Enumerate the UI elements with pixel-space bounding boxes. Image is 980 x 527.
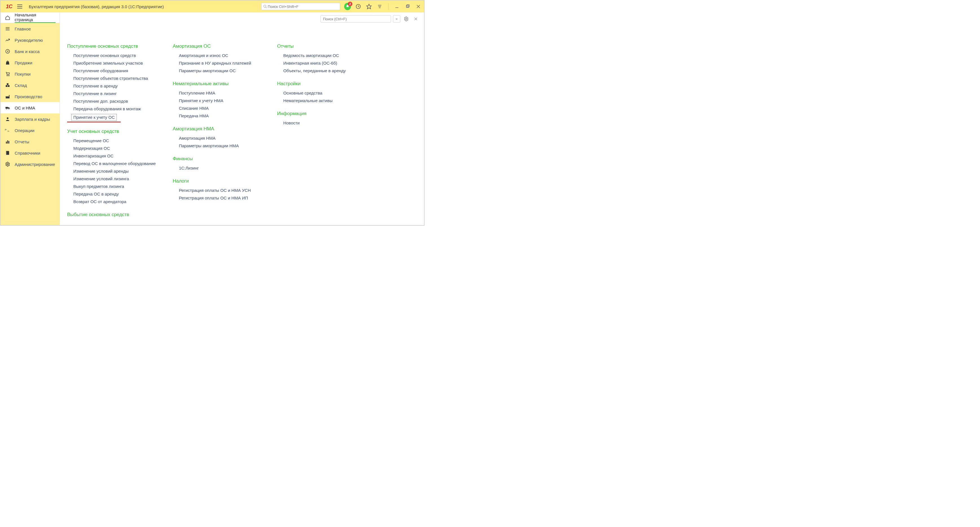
link[interactable]: Поступление оборудования: [73, 68, 156, 73]
clear-search-button[interactable]: ×: [393, 15, 400, 22]
content-search[interactable]: [320, 15, 391, 22]
svg-rect-21: [7, 83, 8, 85]
red-underline: [67, 122, 121, 123]
link[interactable]: Перевод ОС в малоценное оборудование: [73, 161, 156, 166]
svg-rect-28: [6, 142, 7, 143]
link[interactable]: 1С:Лизинг: [179, 166, 260, 170]
history-button[interactable]: [355, 3, 362, 10]
section-heading[interactable]: Поступление основных средств: [67, 43, 156, 49]
link[interactable]: Регистрация оплаты ОС и НМА УСН: [179, 188, 260, 193]
link[interactable]: Поступление основных средств: [73, 53, 156, 58]
link[interactable]: Передача ОС в аренду: [73, 191, 156, 196]
link[interactable]: Модернизация ОС: [73, 146, 156, 151]
sidebar-item-3[interactable]: ₽Банк и касса: [0, 46, 59, 57]
link[interactable]: Списание НМА: [179, 106, 260, 111]
link[interactable]: Изменение условий аренды: [73, 169, 156, 174]
sidebar-item-11[interactable]: Отчеты: [0, 136, 59, 147]
main-menu-button[interactable]: [16, 3, 24, 10]
sidebar-item-label: Отчеты: [15, 139, 29, 144]
sidebar-item-8[interactable]: ОС и НМА: [0, 102, 59, 113]
burger-icon: [5, 25, 11, 32]
link[interactable]: Объекты, переданные в аренду: [283, 68, 364, 73]
link[interactable]: Изменение условий лизинга: [73, 176, 156, 181]
favorites-button[interactable]: [366, 3, 372, 10]
content-settings-button[interactable]: [402, 15, 410, 22]
link[interactable]: Поступление НМА: [179, 91, 260, 96]
link[interactable]: Передача оборудования в монтаж: [73, 107, 156, 111]
column-1: Амортизация ОСАмортизация и износ ОСПриз…: [173, 43, 260, 225]
svg-point-17: [7, 75, 7, 76]
bag-icon: [5, 59, 11, 66]
close-button[interactable]: [415, 3, 422, 10]
minimize-button[interactable]: [393, 3, 400, 10]
section-heading[interactable]: Отчеты: [277, 43, 364, 49]
link[interactable]: Передача НМА: [179, 113, 260, 118]
panel-settings-button[interactable]: [376, 3, 383, 10]
sidebar-item-13[interactable]: Администрирование: [0, 159, 59, 170]
section-links: Поступление НМАПринятие к учету НМАСписа…: [173, 91, 260, 118]
global-search[interactable]: [261, 3, 340, 10]
link[interactable]: Возврат ОС от арендатора: [73, 199, 156, 204]
close-icon: [414, 17, 418, 21]
sidebar-item-9[interactable]: Зарплата и кадры: [0, 113, 59, 125]
gear-icon: [404, 16, 409, 21]
link[interactable]: Ведомость амортизации ОС: [283, 53, 364, 58]
link[interactable]: Параметры амортизации ОС: [179, 68, 260, 73]
section-heading[interactable]: Учет основных средств: [67, 129, 156, 134]
section-heading[interactable]: Информация: [277, 111, 364, 116]
svg-text:Кт: Кт: [8, 130, 10, 132]
sidebar-item-label: Зарплата и кадры: [15, 117, 50, 122]
maximize-icon: [406, 5, 410, 8]
section-heading[interactable]: Амортизация НМА: [173, 126, 260, 132]
link[interactable]: Принятие к учету ОС: [72, 114, 117, 121]
section-heading[interactable]: Нематериальные активы: [173, 81, 260, 87]
bars-icon: [5, 139, 11, 145]
link[interactable]: Основные средства: [283, 91, 364, 96]
sidebar-item-5[interactable]: Покупки: [0, 68, 59, 80]
link[interactable]: Приобретение земельных участков: [73, 61, 156, 65]
content-search-input[interactable]: [321, 17, 391, 21]
link[interactable]: Перемещение ОС: [73, 138, 156, 143]
link[interactable]: Нематериальные активы: [283, 98, 364, 103]
section-1-2: Амортизация НМААмортизация НМАПараметры …: [173, 126, 260, 148]
bell-icon: 2: [344, 3, 351, 10]
link[interactable]: Инвентаризация ОС: [73, 153, 156, 158]
link[interactable]: Новости: [283, 121, 364, 125]
link[interactable]: Принятие к учету НМА: [179, 98, 260, 103]
sidebar-item-2[interactable]: Руководителю: [0, 34, 59, 46]
section-heading[interactable]: Финансы: [173, 156, 260, 162]
link[interactable]: Амортизация НМА: [179, 136, 260, 140]
sidebar-item-label: Начальная страница: [15, 13, 56, 23]
svg-point-24: [8, 108, 9, 110]
maximize-button[interactable]: [404, 3, 411, 10]
app-logo-icon: 1C: [4, 3, 14, 10]
sidebar-item-12[interactable]: Справочники: [0, 147, 59, 159]
link[interactable]: Выкуп предметов лизинга: [73, 184, 156, 189]
sidebar-item-4[interactable]: Продажи: [0, 57, 59, 68]
link[interactable]: Амортизация и износ ОС: [179, 53, 260, 58]
link[interactable]: Поступление в аренду: [73, 83, 156, 88]
section-heading[interactable]: Выбытие основных средств: [67, 212, 156, 218]
link[interactable]: Поступление доп. расходов: [73, 99, 156, 103]
sidebar-item-6[interactable]: Склад: [0, 80, 59, 91]
content-close-button[interactable]: [412, 15, 420, 22]
sidebar-item-label: Банк и касса: [15, 49, 40, 54]
link[interactable]: Поступление объектов строительства: [73, 76, 156, 81]
link[interactable]: Признание в НУ арендных платежей: [179, 61, 260, 65]
section-heading[interactable]: Налоги: [173, 178, 260, 184]
sidebar-item-label: ОС и НМА: [15, 105, 35, 110]
link[interactable]: Параметры амортизации НМА: [179, 143, 260, 148]
sidebar-item-0[interactable]: Начальная страница: [0, 13, 59, 23]
sidebar-item-label: Администрирование: [15, 162, 55, 167]
sidebar-item-1[interactable]: Главное: [0, 23, 59, 34]
section-links: Новости: [277, 121, 364, 125]
link[interactable]: Регистрация оплаты ОС и НМА ИП: [179, 196, 260, 200]
link[interactable]: Инвентарная книга (ОС-6б): [283, 61, 364, 65]
sidebar-item-10[interactable]: ДтКтОперации: [0, 125, 59, 136]
global-search-input[interactable]: [267, 4, 338, 9]
sidebar-item-7[interactable]: Производство: [0, 91, 59, 102]
notifications-button[interactable]: 2: [344, 3, 351, 10]
section-heading[interactable]: Настройки: [277, 81, 364, 87]
section-heading[interactable]: Амортизация ОС: [173, 43, 260, 49]
link[interactable]: Поступление в лизинг: [73, 91, 156, 96]
